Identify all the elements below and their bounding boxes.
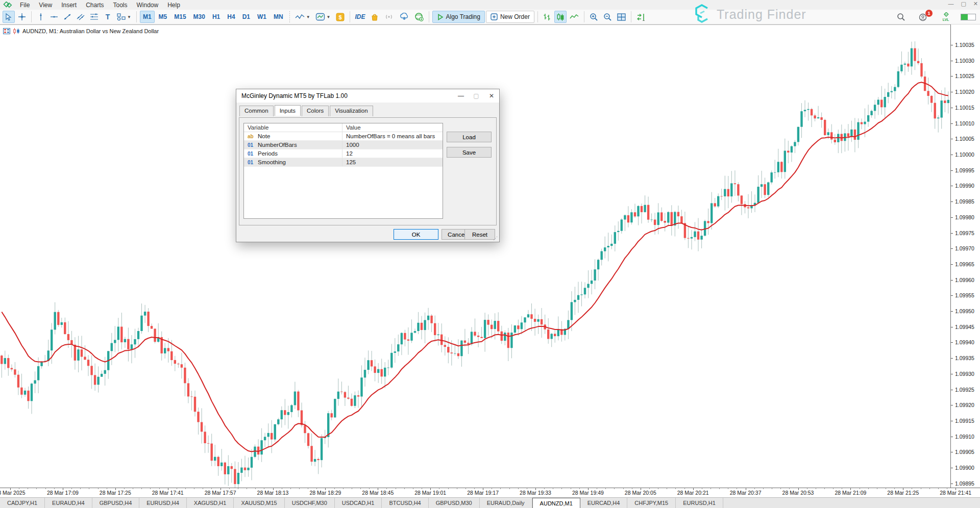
chart-tab-gbpusd-h4[interactable]: GBPUSD,H4 [92, 498, 140, 508]
menu-insert[interactable]: Insert [57, 1, 81, 10]
menu-charts[interactable]: Charts [81, 1, 108, 10]
menu-view[interactable]: View [34, 1, 57, 10]
time-axis-tick [115, 488, 116, 490]
crosshair-tool-button[interactable] [16, 11, 28, 23]
signals-button[interactable] [382, 11, 396, 23]
timeframe-m30-button[interactable]: M30 [190, 11, 208, 23]
dialog-maximize-button[interactable]: ▢ [469, 89, 484, 103]
level-icon[interactable]: LVL [940, 11, 952, 23]
chart-tab-euraud-daily[interactable]: EURAUD,Daily [480, 498, 532, 508]
dialog-minimize-button[interactable]: — [453, 89, 469, 103]
dialog-tab-common[interactable]: Common [239, 106, 274, 116]
table-row[interactable]: abNote NumberOfBars = 0 means all bars [244, 132, 443, 141]
objects-button[interactable]: ▼ [313, 11, 333, 23]
text-tool-button[interactable]: T [102, 11, 114, 23]
chart-tab-xagusd-h1[interactable]: XAGUSD,H1 [187, 498, 234, 508]
chart-tab-gbpusd-m30[interactable]: GBPUSD,M30 [429, 498, 480, 508]
chart-symbol-label: AUDNZD, M1: Australian Dollar vs New Zea… [22, 28, 159, 34]
zoom-in-button[interactable] [587, 11, 600, 23]
search-icon[interactable] [895, 11, 908, 23]
chart-tab-eurcad-h4[interactable]: EURCAD,H4 [580, 498, 628, 508]
menu-help[interactable]: Help [163, 1, 185, 10]
time-axis-minor-tick [632, 488, 632, 489]
chart-tab-eurusd-h4[interactable]: EURUSD,H4 [139, 498, 187, 508]
currency-settings-button[interactable]: $ [334, 11, 347, 23]
param-value[interactable]: NumberOfBars = 0 means all bars [342, 133, 443, 139]
window-minimize-button[interactable]: — [948, 1, 953, 7]
timeframe-m5-button[interactable]: M5 [156, 11, 170, 23]
line-chart-mode-button[interactable] [568, 11, 581, 23]
dialog-titlebar[interactable]: McGinley Dynamic MT5 by TFLab 1.00 — ▢ ✕ [236, 89, 499, 103]
channel-tool-button[interactable] [75, 11, 87, 23]
param-value[interactable]: 125 [342, 159, 443, 165]
menu-tools[interactable]: Tools [109, 1, 132, 10]
chart-tab-usdchf-m30[interactable]: USDCHF,M30 [285, 498, 335, 508]
algo-trading-button[interactable]: Algo Trading [432, 11, 485, 23]
bar-chart-mode-button[interactable] [541, 11, 553, 23]
time-axis[interactable]: 28 Mar 202528 Mar 17:0928 Mar 17:2528 Ma… [0, 488, 980, 497]
chart-tab-euraud-h4[interactable]: EURAUD,H4 [45, 498, 92, 508]
community-button[interactable] [412, 11, 426, 23]
candlestick-mode-button[interactable] [554, 11, 567, 23]
chart-shift-button[interactable] [634, 11, 648, 23]
shapes-tool-button[interactable]: ▼ [115, 11, 133, 23]
notifications-user-icon[interactable]: 1 [917, 11, 930, 23]
tile-windows-button[interactable] [615, 11, 628, 23]
chart-tab-chfjpy-m15[interactable]: CHFJPY,M15 [627, 498, 676, 508]
timeframe-mn-button[interactable]: MN [271, 11, 286, 23]
cursor-tool-button[interactable] [3, 11, 15, 23]
fibonacci-tool-button[interactable] [88, 11, 101, 23]
chart-tab-cadjpy-h1[interactable]: CADJPY,H1 [0, 498, 45, 508]
param-value[interactable]: 12 [342, 150, 443, 157]
table-row[interactable]: 01Periods 12 [244, 149, 443, 158]
price-axis-label: 1.09905 [955, 449, 974, 455]
table-row[interactable]: 01NumberOfBars 1000 [244, 141, 443, 149]
timeframe-h1-button[interactable]: H1 [209, 11, 223, 23]
timeframe-w1-button[interactable]: W1 [254, 11, 270, 23]
horizontal-line-tool-button[interactable] [48, 11, 60, 23]
trendline-tool-button[interactable] [61, 11, 74, 23]
dialog-resize-grip[interactable]: ⋰ [493, 236, 498, 241]
save-button[interactable]: Save [447, 147, 492, 158]
vertical-line-tool-button[interactable] [35, 11, 47, 23]
time-axis-tick [273, 488, 274, 490]
menu-window[interactable]: Window [132, 1, 163, 10]
timeframe-m1-button[interactable]: M1 [140, 11, 155, 23]
load-button[interactable]: Load [447, 132, 492, 142]
column-header-variable[interactable]: Variable [244, 123, 342, 132]
chart-tab-usdcad-h1[interactable]: USDCAD,H1 [335, 498, 382, 508]
reset-button[interactable]: Reset [464, 229, 495, 240]
menu-file[interactable]: File [15, 1, 34, 10]
table-row[interactable]: 01Smoothing 125 [244, 158, 443, 167]
time-axis-minor-tick [544, 488, 545, 489]
timeframe-m15-button[interactable]: M15 [171, 11, 189, 23]
cloud-button[interactable] [397, 11, 411, 23]
indicators-button[interactable]: ▼ [293, 11, 312, 23]
dialog-tab-inputs[interactable]: Inputs [275, 105, 301, 116]
ide-button[interactable]: IDE [353, 11, 368, 23]
chart-tab-xauusd-m15[interactable]: XAUUSD,M15 [234, 498, 284, 508]
param-value[interactable]: 1000 [342, 142, 443, 148]
time-axis-minor-tick [159, 488, 160, 489]
ok-button[interactable]: OK [394, 229, 438, 240]
time-axis-minor-tick [492, 488, 492, 489]
chart-tab-eurusd-h1[interactable]: EURUSD,H1 [676, 498, 723, 508]
column-header-value[interactable]: Value [342, 124, 443, 131]
price-axis[interactable]: 1.100351.100301.100251.100201.100151.100… [950, 24, 980, 488]
window-maximize-button[interactable]: ▢ [961, 1, 966, 7]
timeframe-d1-button[interactable]: D1 [239, 11, 253, 23]
chart-tab-btcusd-h4[interactable]: BTCUSD,H4 [382, 498, 428, 508]
timeframe-h4-button[interactable]: H4 [224, 11, 238, 23]
dialog-tab-colors[interactable]: Colors [302, 106, 329, 116]
price-axis-tick [951, 390, 953, 390]
market-button[interactable] [369, 11, 381, 23]
chart-type-icon[interactable] [13, 28, 20, 34]
dialog-close-button[interactable]: ✕ [484, 89, 499, 103]
new-order-button[interactable]: New Order [486, 11, 534, 23]
window-close-button[interactable]: ✕ [973, 1, 978, 7]
market-depth-icon[interactable] [3, 28, 10, 34]
dialog-tab-visualization[interactable]: Visualization [330, 106, 373, 116]
zoom-out-button[interactable] [601, 11, 614, 23]
indicator-settings-dialog: McGinley Dynamic MT5 by TFLab 1.00 — ▢ ✕… [236, 89, 500, 242]
chart-tab-audnzd-m1[interactable]: AUDNZD,M1 [532, 498, 580, 508]
